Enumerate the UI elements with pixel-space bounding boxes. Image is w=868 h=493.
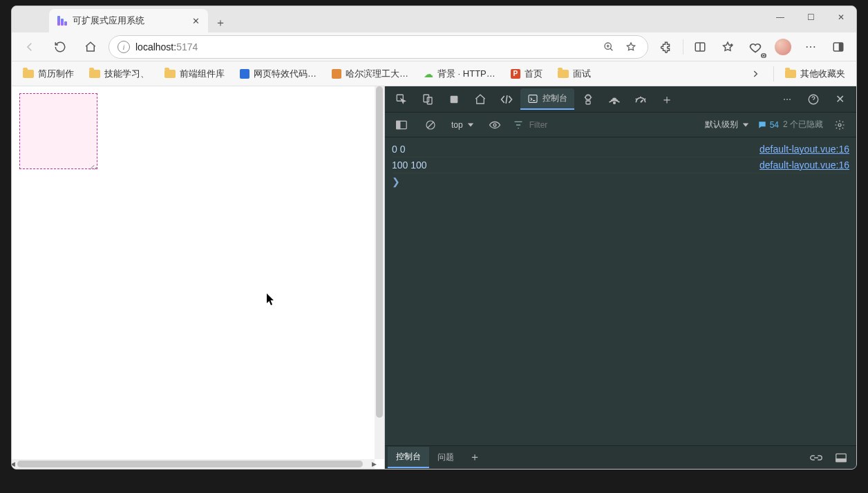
resizable-box[interactable] (19, 93, 97, 169)
log-source-link[interactable]: default-layout.vue:16 (760, 160, 849, 171)
elements-tab-icon[interactable] (494, 89, 519, 110)
bookmark-item[interactable]: P首页 (505, 65, 548, 83)
sources-tab-icon[interactable] (576, 89, 601, 110)
site-icon: P (511, 69, 520, 79)
add-drawer-tab-icon[interactable]: ＋ (462, 447, 487, 468)
browser-tab[interactable]: 可扩展式应用系统 ✕ (49, 9, 208, 32)
log-message: 100 100 (392, 160, 427, 171)
tab-strip: 可扩展式应用系统 ✕ ＋ — ☐ ✕ (12, 6, 856, 32)
bookmark-item[interactable]: ☁背景 · HTTP… (418, 65, 501, 83)
bookmark-item[interactable]: 技能学习、 (84, 65, 155, 83)
scroll-right-icon[interactable]: ▶ (369, 459, 379, 469)
drawer-console-tab[interactable]: 控制台 (388, 447, 429, 468)
extensions-icon[interactable] (654, 35, 679, 59)
log-row: 100 100 default-layout.vue:16 (392, 157, 849, 173)
vite-icon (57, 16, 67, 26)
add-tab-icon[interactable]: ＋ (654, 89, 679, 110)
live-expression-icon[interactable] (482, 115, 507, 135)
page-viewport[interactable]: ◀ ▶ (12, 86, 385, 469)
link-icon[interactable] (804, 447, 829, 468)
svg-rect-8 (529, 95, 537, 102)
close-window-button[interactable]: ✕ (826, 6, 856, 28)
favorite-icon[interactable] (623, 35, 639, 59)
folder-icon (23, 70, 34, 78)
close-devtools-icon[interactable]: ✕ (827, 89, 852, 110)
drawer-issues-tab[interactable]: 问题 (429, 447, 462, 467)
url-text: localhost:5174 (135, 41, 198, 52)
bookmark-item[interactable]: 面试 (552, 65, 596, 83)
minimize-button[interactable]: — (765, 6, 795, 28)
profile-avatar[interactable] (771, 35, 795, 59)
bookmark-item[interactable]: 网页特效代码… (234, 65, 322, 83)
bookmark-item[interactable]: 哈尔滨理工大… (326, 65, 414, 83)
split-screen-icon[interactable] (688, 35, 713, 59)
console-prompt[interactable]: ❯ (392, 173, 849, 190)
new-tab-button[interactable]: ＋ (211, 13, 230, 32)
refresh-button[interactable] (48, 35, 73, 59)
network-tab-icon[interactable] (602, 89, 627, 110)
filter-input[interactable] (529, 120, 697, 130)
devtools-panel: 控制台 ＋ ⋯ ✕ (385, 86, 856, 469)
browser-window: 可扩展式应用系统 ✕ ＋ — ☐ ✕ i localhost:5174 (11, 6, 857, 470)
folder-icon (785, 70, 796, 78)
console-tab[interactable]: 控制台 (520, 88, 574, 110)
window-controls: — ☐ ✕ (765, 6, 856, 28)
inspect-icon[interactable] (389, 89, 414, 110)
content-area: ◀ ▶ (12, 86, 856, 469)
hidden-count[interactable]: 2 个已隐藏 (783, 119, 823, 130)
horizontal-scrollbar[interactable]: ◀ ▶ (12, 459, 375, 469)
dock-icon[interactable] (829, 447, 853, 468)
maximize-button[interactable]: ☐ (795, 6, 826, 28)
message-count-badge[interactable]: 54 (757, 120, 779, 130)
log-source-link[interactable]: default-layout.vue:16 (760, 144, 849, 155)
bookmark-overflow-icon[interactable] (743, 61, 768, 86)
sidebar-toggle-icon[interactable] (826, 35, 851, 59)
clear-console-icon[interactable] (418, 115, 443, 135)
svg-rect-5 (424, 95, 429, 102)
log-level-selector[interactable]: 默认级别 (701, 116, 753, 133)
scroll-left-icon[interactable]: ◀ (12, 459, 17, 469)
bookmark-item[interactable]: 简历制作 (17, 65, 79, 83)
context-selector[interactable]: top (447, 117, 478, 133)
devtools-header: 控制台 ＋ ⋯ ✕ (385, 86, 856, 113)
device-toggle-icon[interactable] (415, 89, 440, 110)
favorites-icon[interactable] (715, 35, 740, 59)
collections-icon[interactable]: 0 (743, 35, 768, 59)
bookmark-item[interactable]: 前端组件库 (159, 65, 230, 83)
settings-icon[interactable] (827, 115, 852, 135)
svg-point-17 (838, 124, 841, 126)
site-icon (332, 69, 341, 79)
more-icon[interactable]: ⋯ (775, 89, 800, 110)
toggle-sidebar-icon[interactable] (389, 115, 414, 135)
console-toolbar: top 默认级别 54 2 个已隐藏 (385, 113, 856, 137)
close-icon[interactable]: ✕ (192, 16, 200, 26)
resize-handle-icon[interactable] (89, 161, 96, 168)
tab-title: 可扩展式应用系统 (73, 14, 187, 27)
svg-point-16 (493, 124, 496, 126)
help-icon[interactable] (801, 89, 826, 110)
welcome-tab-icon[interactable] (442, 89, 466, 110)
devtools-drawer-tabs: 控制台 问题 ＋ (385, 445, 856, 469)
zoom-icon[interactable] (601, 35, 617, 59)
toolbar-right: 0 ⋯ (654, 35, 851, 59)
more-icon[interactable]: ⋯ (798, 35, 823, 59)
folder-icon (558, 70, 569, 78)
performance-tab-icon[interactable] (628, 89, 653, 110)
console-output[interactable]: 0 0 default-layout.vue:16 100 100 defaul… (385, 137, 856, 445)
home-tab-icon[interactable] (468, 89, 493, 110)
other-bookmarks[interactable]: 其他收藏夹 (780, 65, 851, 83)
filter-icon (511, 115, 525, 135)
cloud-icon: ☁ (424, 68, 433, 79)
log-message: 0 0 (392, 144, 405, 155)
vertical-scrollbar[interactable] (375, 86, 384, 459)
back-button[interactable] (17, 35, 42, 59)
folder-icon (89, 70, 100, 78)
folder-icon (164, 70, 176, 78)
scroll-thumb[interactable] (17, 461, 363, 467)
svg-rect-3 (839, 43, 843, 51)
scroll-thumb[interactable] (376, 86, 383, 418)
home-button[interactable] (78, 35, 103, 59)
cursor-icon (266, 293, 276, 307)
site-info-icon[interactable]: i (117, 41, 130, 53)
address-bar[interactable]: i localhost:5174 (108, 35, 648, 59)
